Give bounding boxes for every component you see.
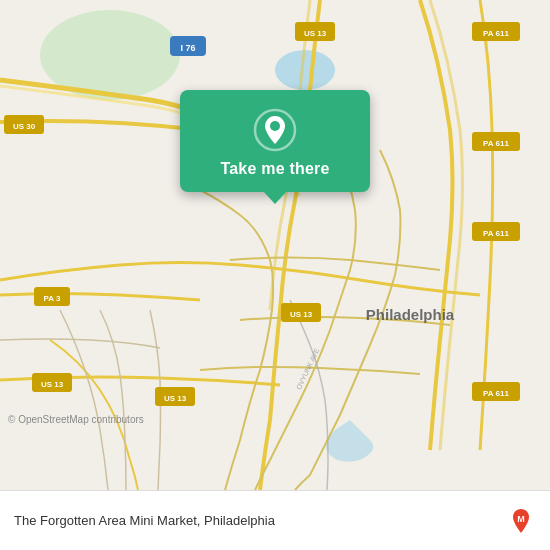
svg-text:I 76: I 76 — [180, 43, 195, 53]
moovit-logo-icon: M — [506, 506, 536, 536]
svg-text:PA 611: PA 611 — [483, 389, 509, 398]
svg-text:US 13: US 13 — [164, 394, 187, 403]
place-name: The Forgotten Area Mini Market, Philadel… — [14, 513, 275, 528]
svg-text:US 13: US 13 — [290, 310, 313, 319]
svg-point-29 — [270, 121, 280, 131]
svg-text:M: M — [517, 514, 525, 524]
svg-text:PA 611: PA 611 — [483, 29, 509, 38]
svg-text:PA 611: PA 611 — [483, 229, 509, 238]
location-popup: Take me there — [180, 90, 370, 192]
moovit-logo: M — [506, 506, 536, 536]
svg-text:US 13: US 13 — [304, 29, 327, 38]
bottom-bar: The Forgotten Area Mini Market, Philadel… — [0, 490, 550, 550]
svg-text:US 30: US 30 — [13, 122, 36, 131]
take-me-there-button[interactable]: Take me there — [220, 160, 329, 178]
location-pin-icon — [253, 108, 297, 152]
map-attribution: © OpenStreetMap contributors — [8, 414, 144, 425]
svg-text:PA 611: PA 611 — [483, 139, 509, 148]
svg-text:PA 3: PA 3 — [44, 294, 61, 303]
map-container: I 76 US 13 US 30 PA 611 PA 611 PA 611 PA… — [0, 0, 550, 490]
svg-text:Philadelphia: Philadelphia — [366, 306, 455, 323]
svg-text:US 13: US 13 — [41, 380, 64, 389]
